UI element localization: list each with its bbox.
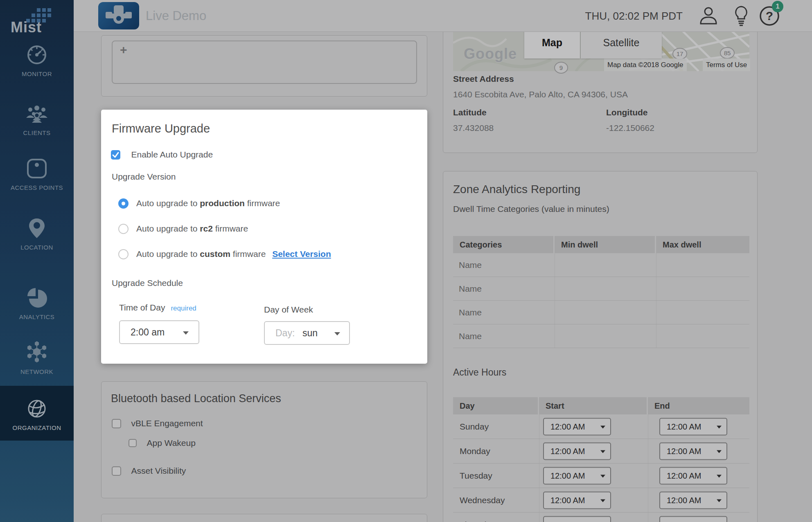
user-account-icon[interactable] — [699, 6, 718, 25]
table-row: Name — [453, 301, 749, 324]
dwell-header-min: Min dwell — [555, 236, 655, 253]
google-watermark: Google — [464, 45, 517, 63]
firmware-upgrade-panel: Firmware Upgrade Enable Auto Upgrade Upg… — [101, 110, 427, 364]
day-of-week-dropdown[interactable]: Day: sun — [264, 321, 350, 345]
end-time-dropdown[interactable]: 12:00 AM — [659, 516, 727, 522]
start-time-dropdown[interactable]: 12:00 AM — [543, 442, 611, 460]
radio-unselected-icon[interactable] — [118, 224, 129, 234]
bluetooth-panel: Bluetooth based Location Services vBLE E… — [101, 381, 427, 498]
start-time-dropdown[interactable]: 12:00 AM — [543, 491, 611, 509]
table-row: Name — [453, 277, 749, 301]
table-row: Name — [453, 253, 749, 277]
sidebar-item-network[interactable]: NETWORK — [0, 340, 74, 375]
radio-unselected-icon[interactable] — [118, 249, 129, 259]
sidebar-item-location[interactable]: LOCATION — [0, 218, 74, 251]
street-address-label: Street Address — [453, 74, 514, 84]
road-badge: 9 — [554, 62, 568, 74]
sidebar-item-organization[interactable]: ORGANIZATION — [0, 386, 74, 441]
network-hex-icon — [25, 340, 48, 363]
app-wakeup-row[interactable]: App Wakeup — [129, 438, 196, 448]
time-of-day-dropdown[interactable]: 2:00 am — [119, 320, 199, 344]
site-switcher-icon[interactable] — [98, 2, 139, 29]
active-hours-label: Active Hours — [453, 367, 506, 378]
sidebar-item-label: ORGANIZATION — [0, 424, 74, 431]
satellite-button[interactable]: Satellite — [581, 30, 662, 59]
mist-logo[interactable]: Mist — [0, 4, 74, 33]
upgrade-version-label: Upgrade Version — [112, 172, 176, 182]
app-wakeup-checkbox[interactable] — [129, 439, 137, 447]
end-time-dropdown[interactable]: 12:00 AM — [659, 442, 727, 460]
category-name-field[interactable]: Name — [459, 284, 482, 294]
end-time-dropdown[interactable]: 12:00 AM — [659, 467, 727, 484]
pie-chart-icon — [26, 286, 48, 308]
notification-badge[interactable]: 1 — [772, 1, 783, 12]
plus-icon[interactable]: + — [120, 43, 127, 57]
active-header-day: Day — [453, 397, 538, 414]
asset-visibility-row[interactable]: Asset Visibility — [112, 466, 186, 476]
start-time-dropdown[interactable]: 12:00 AM — [543, 418, 611, 435]
table-row: Thursday 12:00 AM 12:00 AM — [453, 513, 749, 522]
day-label: Wednesday — [460, 495, 505, 505]
day-label: Thursday — [460, 520, 496, 522]
enable-auto-upgrade-label: Enable Auto Upgrade — [131, 150, 213, 159]
vble-engagement-checkbox[interactable] — [112, 419, 121, 428]
day-prefix: Day: — [275, 328, 295, 339]
longitude-value: -122.150662 — [606, 123, 654, 133]
active-hours-table-header: Day Start End — [453, 397, 749, 414]
start-time-dropdown[interactable]: 12:00 AM — [543, 467, 611, 484]
enable-auto-upgrade-checkbox[interactable] — [111, 150, 120, 160]
add-item-box[interactable]: + — [112, 40, 417, 84]
map-button[interactable]: Map — [524, 30, 580, 59]
asset-visibility-checkbox[interactable] — [112, 466, 121, 476]
terms-of-use-link[interactable]: Terms of Use — [703, 59, 750, 71]
radio-production-firmware[interactable]: Auto upgrade to production firmware — [118, 198, 364, 209]
latitude-label: Latitude — [453, 108, 487, 117]
radio-selected-icon[interactable] — [118, 198, 129, 209]
vble-engagement-row[interactable]: vBLE Engagement — [112, 418, 203, 428]
next-panel-partial — [101, 514, 427, 522]
end-time-dropdown[interactable]: 12:00 AM — [659, 491, 727, 509]
select-version-link[interactable]: Select Version — [272, 249, 331, 259]
chevron-down-icon — [717, 475, 722, 477]
radio-rc2-firmware[interactable]: Auto upgrade to rc2 firmware — [118, 223, 364, 235]
chevron-down-icon — [717, 450, 722, 453]
top-header: Live Demo THU, 02:02 PM PDT ? 1 — [74, 0, 812, 32]
globe-icon — [26, 398, 47, 419]
bluetooth-title: Bluetooth based Location Services — [111, 392, 281, 405]
whats-new-bulb-icon[interactable] — [732, 5, 751, 26]
zones-panel: + — [101, 35, 427, 97]
dwell-table-body: Name Name Name Name — [453, 253, 749, 348]
chevron-down-icon — [334, 332, 340, 335]
required-hint: required — [171, 304, 196, 312]
sidebar-item-analytics[interactable]: ANALYTICS — [0, 286, 74, 320]
mist-logo-text: Mist — [11, 19, 42, 36]
day-label: Sunday — [460, 422, 489, 432]
radio-custom-firmware[interactable]: Auto upgrade to custom firmware Select V… — [118, 249, 405, 260]
page-title: Live Demo — [146, 9, 206, 23]
street-address-value: 1640 Escobita Ave, Palo Alto, CA 94306, … — [453, 90, 628, 99]
active-header-start: Start — [539, 397, 647, 414]
dwell-time-subtitle: Dwell Time Categories (value in minutes) — [453, 204, 609, 214]
day-of-week-value: sun — [302, 328, 318, 339]
sidebar-item-clients[interactable]: CLIENTS — [0, 104, 74, 136]
vble-engagement-label: vBLE Engagement — [131, 418, 203, 428]
category-name-field[interactable]: Name — [459, 260, 482, 270]
gauge-icon — [26, 44, 47, 65]
end-time-dropdown[interactable]: 12:00 AM — [659, 418, 727, 435]
chevron-down-icon — [600, 499, 605, 502]
sidebar-item-monitor[interactable]: MONITOR — [0, 44, 74, 77]
sidebar-item-access-points[interactable]: ACCESS POINTS — [0, 158, 74, 191]
map-pin-icon — [28, 218, 46, 239]
category-name-field[interactable]: Name — [459, 331, 482, 341]
chevron-down-icon — [717, 425, 722, 428]
sidebar-item-label: CLIENTS — [0, 129, 74, 136]
day-label: Tuesday — [460, 471, 492, 481]
enable-auto-upgrade-row[interactable]: Enable Auto Upgrade — [111, 150, 213, 160]
category-name-field[interactable]: Name — [459, 308, 482, 317]
upgrade-schedule-label: Upgrade Schedule — [112, 278, 183, 288]
start-time-dropdown[interactable]: 12:00 AM — [543, 516, 611, 522]
sidebar-item-label: ACCESS POINTS — [0, 184, 74, 191]
dwell-header-categories: Categories — [453, 236, 553, 253]
sidebar-item-label: MONITOR — [0, 70, 74, 77]
sidebar-item-label: ANALYTICS — [0, 313, 74, 320]
